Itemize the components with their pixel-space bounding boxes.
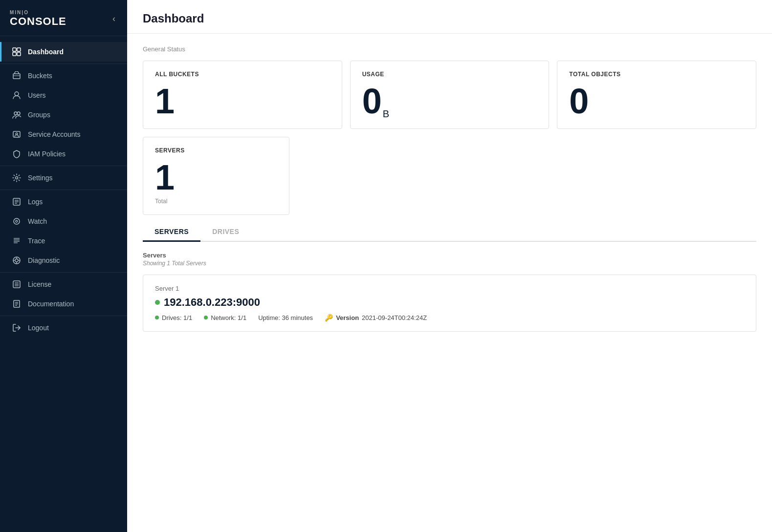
usage-card: USAGE 0B bbox=[350, 61, 550, 129]
sidebar-item-dashboard[interactable]: Dashboard bbox=[0, 42, 127, 62]
logs-icon bbox=[11, 197, 22, 206]
dashboard-content: General Status ALL BUCKETS 1 USAGE 0B TO… bbox=[127, 34, 772, 532]
page-title: Dashboard bbox=[143, 12, 756, 25]
version-label: Version bbox=[336, 314, 359, 321]
all-buckets-value: 1 bbox=[155, 84, 330, 119]
server-drives-item: Drives: 1/1 bbox=[155, 314, 192, 321]
version-value: 2021-09-24T00:24:24Z bbox=[362, 314, 427, 321]
servers-card-value: 1 bbox=[155, 160, 277, 195]
sidebar-item-service-accounts-label: Service Accounts bbox=[28, 130, 80, 138]
sidebar-item-logs[interactable]: Logs bbox=[0, 192, 127, 212]
server-network-text: Network: 1/1 bbox=[211, 314, 246, 321]
server-address-row: 192.168.0.223:9000 bbox=[155, 296, 744, 309]
total-objects-label: TOTAL OBJECTS bbox=[569, 71, 744, 78]
sidebar-item-watch-label: Watch bbox=[28, 217, 47, 225]
svg-point-6 bbox=[15, 92, 19, 96]
sidebar-item-trace[interactable]: Trace bbox=[0, 231, 127, 251]
diagnostic-icon bbox=[11, 256, 22, 265]
svg-rect-9 bbox=[13, 131, 20, 137]
sidebar-item-buckets[interactable]: Buckets bbox=[0, 66, 127, 85]
users-icon bbox=[11, 91, 22, 100]
iam-policies-icon bbox=[11, 149, 22, 158]
servers-card-label: SERVERS bbox=[155, 147, 277, 154]
svg-point-11 bbox=[16, 177, 18, 179]
usage-label: USAGE bbox=[362, 71, 537, 78]
server-network-item: Network: 1/1 bbox=[204, 314, 246, 321]
svg-point-7 bbox=[14, 112, 17, 115]
sidebar-item-documentation[interactable]: Documentation bbox=[0, 294, 127, 314]
sidebar-item-groups-label: Groups bbox=[28, 111, 50, 119]
sidebar-item-settings-label: Settings bbox=[28, 174, 53, 182]
buckets-icon bbox=[11, 71, 22, 80]
svg-rect-2 bbox=[13, 52, 16, 56]
svg-point-8 bbox=[17, 112, 20, 115]
main-content-area: Dashboard General Status ALL BUCKETS 1 U… bbox=[127, 0, 772, 532]
all-buckets-card: ALL BUCKETS 1 bbox=[143, 61, 342, 129]
license-icon bbox=[11, 280, 22, 289]
server-uptime-item: Uptime: 36 minutes bbox=[258, 314, 313, 321]
sidebar-item-logs-label: Logs bbox=[28, 198, 43, 206]
svg-rect-0 bbox=[13, 48, 16, 51]
svg-point-16 bbox=[14, 218, 20, 224]
svg-point-23 bbox=[15, 259, 18, 262]
general-status-label: General Status bbox=[143, 45, 756, 53]
sidebar-item-diagnostic[interactable]: Diagnostic bbox=[0, 251, 127, 270]
sidebar-collapse-button[interactable]: ‹ bbox=[110, 12, 117, 26]
server-address-text: 192.168.0.223:9000 bbox=[164, 296, 260, 309]
server-meta-row: Drives: 1/1 Network: 1/1 Uptime: 36 minu… bbox=[155, 314, 744, 321]
svg-rect-3 bbox=[17, 52, 21, 56]
logo-console-text: CONSOLE bbox=[10, 15, 66, 28]
version-icon: 🔑 bbox=[325, 314, 333, 321]
server-drives-text: Drives: 1/1 bbox=[162, 314, 192, 321]
sidebar-item-settings[interactable]: Settings bbox=[0, 168, 127, 188]
groups-icon bbox=[11, 110, 22, 119]
all-buckets-label: ALL BUCKETS bbox=[155, 71, 330, 78]
sidebar-item-diagnostic-label: Diagnostic bbox=[28, 256, 60, 264]
servers-section-title: Servers bbox=[143, 252, 756, 259]
svg-point-17 bbox=[16, 220, 18, 222]
sidebar: MIN|O CONSOLE ‹ Dashboard Buckets Users bbox=[0, 0, 127, 532]
page-header: Dashboard bbox=[127, 0, 772, 34]
sidebar-item-documentation-label: Documentation bbox=[28, 300, 74, 308]
top-stats-row: ALL BUCKETS 1 USAGE 0B TOTAL OBJECTS 0 bbox=[143, 61, 756, 129]
sidebar-item-license-label: License bbox=[28, 280, 51, 288]
sidebar-item-logout[interactable]: Logout bbox=[0, 318, 127, 338]
servers-card-sub: Total bbox=[155, 198, 277, 205]
sidebar-item-watch[interactable]: Watch bbox=[0, 212, 127, 231]
sidebar-item-iam-policies[interactable]: IAM Policies bbox=[0, 144, 127, 164]
sidebar-item-users[interactable]: Users bbox=[0, 85, 127, 105]
server-name: Server 1 bbox=[155, 285, 744, 292]
dashboard-icon bbox=[11, 47, 22, 56]
total-objects-card: TOTAL OBJECTS 0 bbox=[557, 61, 756, 129]
servers-card: SERVERS 1 Total bbox=[143, 137, 289, 215]
drives-status-dot bbox=[155, 316, 159, 319]
usage-value: 0B bbox=[362, 84, 537, 119]
service-accounts-icon bbox=[11, 130, 22, 139]
sidebar-item-logout-label: Logout bbox=[28, 324, 49, 332]
logo-minio-text: MIN|O bbox=[10, 10, 66, 15]
sidebar-header: MIN|O CONSOLE ‹ bbox=[0, 0, 127, 36]
documentation-icon bbox=[11, 299, 22, 308]
server-version-item: 🔑 Version 2021-09-24T00:24:24Z bbox=[325, 314, 427, 321]
server-card: Server 1 192.168.0.223:9000 Drives: 1/1 … bbox=[143, 275, 756, 332]
servers-stats-row: SERVERS 1 Total bbox=[143, 137, 756, 215]
tab-drives[interactable]: DRIVES bbox=[200, 223, 251, 242]
tab-servers[interactable]: SERVERS bbox=[143, 223, 200, 242]
sidebar-item-buckets-label: Buckets bbox=[28, 72, 52, 80]
sidebar-item-service-accounts[interactable]: Service Accounts bbox=[0, 125, 127, 144]
server-online-dot bbox=[155, 300, 160, 305]
sidebar-item-trace-label: Trace bbox=[28, 237, 45, 245]
svg-rect-4 bbox=[13, 74, 20, 79]
total-objects-value: 0 bbox=[569, 84, 744, 119]
settings-icon bbox=[11, 173, 22, 182]
logo: MIN|O CONSOLE bbox=[10, 10, 66, 28]
watch-icon bbox=[11, 217, 22, 226]
sidebar-item-license[interactable]: License bbox=[0, 275, 127, 294]
sidebar-item-iam-policies-label: IAM Policies bbox=[28, 150, 66, 158]
network-status-dot bbox=[204, 316, 208, 319]
servers-count-label: Showing 1 Total Servers bbox=[143, 260, 756, 267]
trace-icon bbox=[11, 236, 22, 245]
server-uptime-text: Uptime: 36 minutes bbox=[258, 314, 313, 321]
sidebar-item-groups[interactable]: Groups bbox=[0, 105, 127, 125]
usage-unit: B bbox=[383, 108, 389, 119]
